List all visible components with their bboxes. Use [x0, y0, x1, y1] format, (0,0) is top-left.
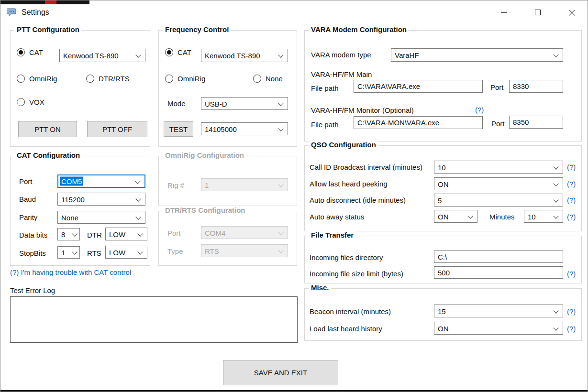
- cat-stopbits-select[interactable]: 1: [57, 246, 80, 259]
- radio-label: VOX: [29, 98, 44, 106]
- selected-value: RTS: [205, 247, 219, 255]
- callid-help-link[interactable]: (?): [567, 163, 576, 171]
- ptt-radio-omnirig[interactable]: OmniRig: [17, 75, 57, 83]
- chevron-down-icon: [553, 325, 558, 330]
- auto-disconnect-help-link[interactable]: (?): [567, 196, 576, 204]
- close-icon: [568, 9, 576, 16]
- auto-disconnect-label: Auto disconnect (idle minutes): [310, 196, 406, 204]
- close-button[interactable]: [558, 4, 585, 21]
- chevron-down-icon: [135, 52, 141, 57]
- selected-value: 8: [61, 230, 65, 239]
- test-button[interactable]: TEST: [164, 121, 193, 137]
- file-size-limit-label: Incoming file size limit (bytes): [310, 270, 403, 278]
- dtrrts-port-label: Port: [167, 229, 181, 237]
- ptt-off-button[interactable]: PTT OFF: [87, 121, 147, 137]
- group-title: Frequency Control: [163, 25, 231, 33]
- chevron-down-icon: [135, 214, 141, 219]
- file-size-limit-input[interactable]: 500: [434, 266, 563, 279]
- save-and-exit-button[interactable]: SAVE AND EXIT: [223, 360, 338, 385]
- ptt-radio-vox[interactable]: VOX: [17, 98, 44, 106]
- ptt-on-button[interactable]: PTT ON: [18, 121, 77, 137]
- main-port-label: Port: [490, 83, 504, 91]
- title-bar: Settings: [0, 2, 588, 22]
- ptt-radio-cat[interactable]: CAT: [17, 48, 43, 56]
- dtrrts-configuration-group: DTR/RTS Configuration Port COM4 Type RTS: [158, 211, 297, 266]
- ptt-cat-device-select[interactable]: Kenwood TS-890: [59, 49, 145, 62]
- cat-port-select[interactable]: COM5: [57, 174, 145, 188]
- dtrrts-type-select: RTS: [201, 244, 288, 257]
- vara-modem-type-select[interactable]: VaraHF: [391, 48, 563, 62]
- freq-radio-omnirig[interactable]: OmniRig: [165, 75, 205, 83]
- auto-away-select[interactable]: ON: [434, 210, 477, 223]
- radio-label: CAT: [178, 48, 191, 56]
- ptt-configuration-group: PTT Configuration CAT Kenwood TS-890 Omn…: [10, 30, 150, 147]
- selected-value: USB-D: [205, 99, 227, 108]
- cat-dtr-select[interactable]: LOW: [105, 228, 147, 240]
- load-history-select[interactable]: ON: [434, 322, 563, 335]
- chevron-down-icon: [553, 181, 558, 186]
- cat-rts-select[interactable]: LOW: [105, 246, 147, 259]
- cat-databits-select[interactable]: 8: [57, 228, 80, 240]
- dtrrts-port-select: COM4: [201, 226, 288, 239]
- file-size-limit-help-link[interactable]: (?): [567, 270, 576, 278]
- vara-monitor-header: VARA-HF/FM Monitor (Optional): [311, 106, 414, 114]
- last-heard-peeking-select[interactable]: ON: [434, 177, 563, 190]
- auto-away-label: Auto away status: [310, 213, 364, 221]
- incoming-dir-input[interactable]: C:\: [434, 250, 563, 263]
- maximize-button[interactable]: [524, 4, 551, 21]
- monitor-port-input[interactable]: 8350: [509, 116, 563, 129]
- monitor-help-link[interactable]: (?): [475, 106, 484, 114]
- last-heard-peeking-label: Allow last heard peeking: [310, 180, 388, 188]
- chevron-down-icon: [72, 249, 77, 254]
- frequency-select[interactable]: 14105000: [201, 122, 288, 135]
- group-title: Misc.: [309, 283, 332, 292]
- chevron-down-icon: [278, 182, 283, 187]
- load-history-help-link[interactable]: (?): [567, 325, 576, 333]
- rig-number-select: 1: [201, 178, 288, 191]
- baud-label: Baud: [19, 195, 36, 203]
- dtr-label: DTR: [87, 231, 102, 239]
- main-file-path-input[interactable]: C:\VARA\VARA.exe: [354, 80, 483, 93]
- cat-parity-select[interactable]: None: [57, 211, 145, 224]
- callid-interval-label: Call ID Broadcast interval (minutes): [310, 163, 422, 171]
- frequency-control-group: Frequency Control CAT Kenwood TS-890 Omn…: [158, 30, 297, 147]
- away-minutes-select[interactable]: 10: [524, 210, 563, 223]
- radio-label: OmniRig: [178, 75, 205, 83]
- databits-label: Data bits: [19, 231, 47, 239]
- ptt-radio-dtrrts[interactable]: DTR/RTS: [86, 75, 130, 83]
- cat-trouble-link[interactable]: (?) I'm having trouble with CAT control: [10, 268, 131, 276]
- cat-baud-select[interactable]: 115200: [57, 193, 145, 206]
- selected-value: LOW: [109, 230, 125, 238]
- auto-disconnect-select[interactable]: 5: [434, 194, 563, 207]
- beacon-interval-label: Beacon interval (minutes): [310, 307, 391, 316]
- away-minutes-label: Minutes: [489, 213, 515, 221]
- background-red-indicator: [45, 0, 56, 4]
- settings-window: Settings PTT Configuration CAT Kenwood T…: [0, 0, 588, 392]
- callid-interval-select[interactable]: 10: [434, 161, 563, 174]
- beacon-interval-help-link[interactable]: (?): [567, 307, 576, 316]
- chevron-down-icon: [278, 100, 283, 106]
- port-label: Port: [19, 177, 33, 185]
- main-port-input[interactable]: 8330: [509, 80, 563, 93]
- group-title: File Transfer: [309, 231, 356, 239]
- freq-radio-none[interactable]: None: [253, 75, 283, 83]
- chevron-down-icon: [278, 229, 283, 235]
- stopbits-label: StopBits: [19, 249, 46, 257]
- freq-cat-device-select[interactable]: Kenwood TS-890: [201, 49, 288, 62]
- background-window-edge: [0, 0, 89, 4]
- auto-away-help-link[interactable]: (?): [567, 213, 576, 221]
- radio-icon: [165, 48, 173, 56]
- radio-icon: [165, 75, 173, 83]
- test-error-log-textarea[interactable]: [10, 296, 298, 343]
- radio-icon: [17, 75, 25, 83]
- last-heard-peeking-help-link[interactable]: (?): [567, 180, 576, 188]
- minimize-button[interactable]: [490, 4, 517, 21]
- radio-label: None: [266, 75, 283, 83]
- mode-select[interactable]: USB-D: [201, 97, 288, 110]
- monitor-file-path-input[interactable]: C:\VARA-MON\VARA.exe: [354, 116, 483, 129]
- radio-icon: [253, 75, 261, 83]
- freq-radio-cat[interactable]: CAT: [165, 48, 191, 56]
- radio-icon: [86, 75, 94, 83]
- radio-label: CAT: [29, 48, 43, 56]
- beacon-interval-select[interactable]: 15: [434, 305, 563, 317]
